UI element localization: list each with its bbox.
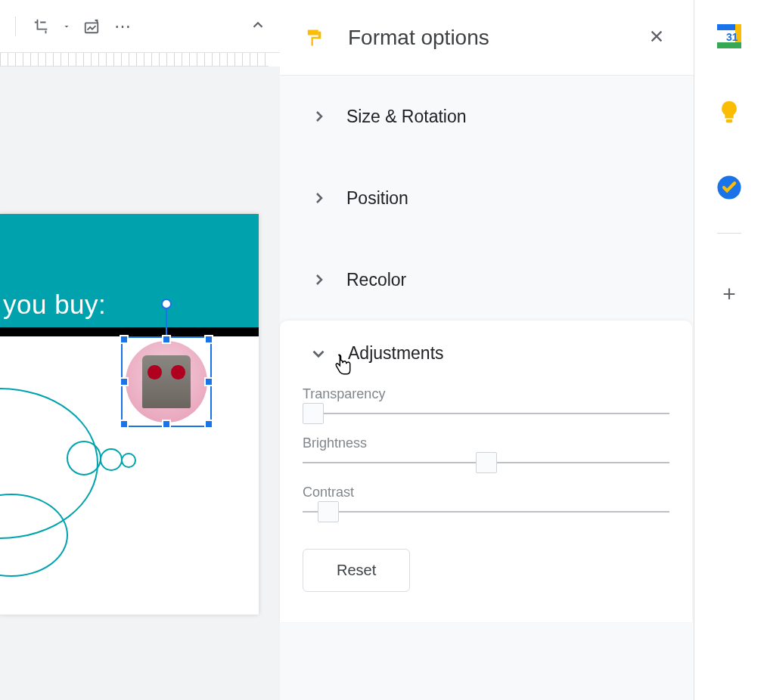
chevron-right-icon (310, 189, 328, 207)
add-addon-button[interactable]: + (714, 279, 744, 309)
slider-track[interactable] (303, 462, 669, 463)
rotation-handle-line (166, 305, 167, 335)
close-panel-button[interactable] (642, 23, 671, 53)
resize-handle-tr[interactable] (204, 335, 213, 344)
svg-rect-1 (312, 41, 313, 45)
slider-track[interactable] (303, 413, 669, 414)
resize-handle-bm[interactable] (162, 420, 171, 429)
horizontal-ruler (0, 53, 269, 67)
canvas-area: you buy: (0, 67, 280, 700)
svg-text:31: 31 (726, 31, 738, 43)
section-size-rotation[interactable]: Size & Rotation (280, 76, 694, 157)
chevron-right-icon (310, 271, 328, 289)
section-recolor[interactable]: Recolor (280, 239, 694, 321)
selected-image[interactable] (121, 336, 212, 427)
svg-rect-8 (726, 119, 733, 122)
slider-thumb[interactable] (476, 452, 497, 473)
calendar-icon[interactable]: 31 (714, 21, 744, 51)
slide-text: you buy: (3, 290, 106, 320)
slider-label: Transparency (303, 386, 669, 402)
toolbar: ⋯ (0, 0, 280, 53)
more-icon[interactable]: ⋯ (110, 17, 137, 36)
replace-image-icon[interactable] (78, 13, 105, 40)
collapse-toolbar-icon[interactable] (250, 17, 266, 36)
section-label: Size & Rotation (346, 107, 467, 127)
resize-handle-tl[interactable] (120, 335, 129, 344)
chevron-right-icon (310, 107, 328, 125)
slider-label: Brightness (303, 435, 669, 451)
keep-icon[interactable] (714, 97, 744, 127)
slider-transparency: Transparency (303, 386, 669, 414)
slider-brightness: Brightness (303, 435, 669, 463)
resize-handle-ml[interactable] (120, 377, 129, 386)
tasks-icon[interactable] (714, 172, 744, 203)
resize-handle-bl[interactable] (120, 420, 129, 429)
selection-border (121, 336, 212, 427)
panel-header: Format options (280, 0, 694, 76)
section-label: Position (346, 188, 408, 209)
section-label: Adjustments (348, 343, 444, 364)
slider-thumb[interactable] (318, 501, 339, 522)
slide-divider-bar (0, 327, 259, 336)
panel-title: Format options (348, 26, 642, 50)
chevron-down-icon (309, 344, 328, 364)
section-adjustments: Adjustments Transparency Brightness Cont… (280, 321, 692, 622)
slider-label: Contrast (303, 485, 669, 500)
resize-handle-mr[interactable] (204, 377, 213, 386)
toolbar-divider (15, 17, 16, 36)
crop-dropdown-icon[interactable] (60, 22, 73, 31)
format-options-panel: Format options Size & Rotation Position … (280, 0, 694, 700)
slider-thumb[interactable] (303, 403, 324, 424)
thought-bubble-small-2 (100, 448, 123, 471)
reset-button[interactable]: Reset (303, 549, 410, 592)
thought-bubble-small-1 (67, 441, 101, 475)
slider-track[interactable] (303, 511, 669, 513)
rail-divider (717, 233, 741, 234)
rotation-handle[interactable] (161, 299, 172, 309)
resize-handle-tm[interactable] (162, 335, 171, 344)
section-position[interactable]: Position (280, 157, 694, 239)
crop-icon[interactable] (28, 13, 55, 40)
adjustments-header[interactable]: Adjustments (303, 343, 669, 364)
slide[interactable]: you buy: (0, 214, 259, 615)
section-label: Recolor (346, 270, 406, 290)
plus-icon: + (722, 281, 736, 307)
side-rail: 31 + (694, 0, 764, 700)
resize-handle-br[interactable] (204, 420, 213, 429)
thought-bubble-small-3 (121, 453, 136, 468)
format-options-icon (303, 26, 325, 49)
slider-contrast: Contrast (303, 485, 669, 513)
